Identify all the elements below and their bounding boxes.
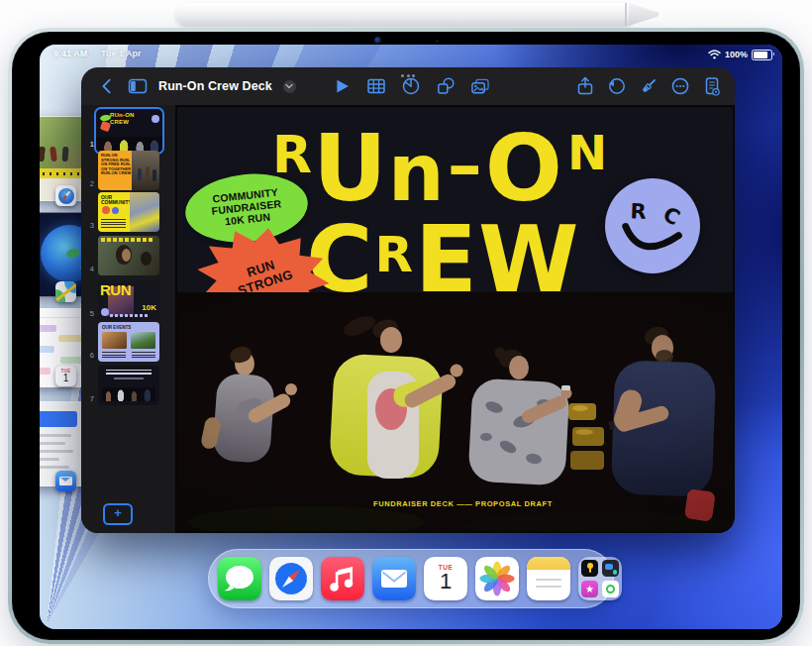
- notes-icon[interactable]: [527, 557, 570, 600]
- ambient-sensor: [436, 40, 439, 43]
- back-icon[interactable]: [97, 76, 117, 96]
- add-slide-button[interactable]: +: [103, 503, 133, 525]
- ipad-screen: 9:41 AM Tue 1 Apr 100%: [40, 45, 782, 629]
- presenter-notes-icon[interactable]: [702, 76, 722, 96]
- format-brush-icon[interactable]: [639, 76, 659, 96]
- apple-pencil-seam: [625, 3, 627, 26]
- maps-icon[interactable]: [55, 281, 76, 302]
- front-camera: [374, 37, 381, 44]
- slide-thumbnail-2[interactable]: 2 RUN-ON STRONG RUN-ON FREE RUN-ON TOGET…: [81, 151, 175, 190]
- slide-title-line2[interactable]: CREW: [306, 206, 579, 297]
- slide-thumbnail-7[interactable]: 7: [81, 366, 175, 405]
- slide-caption[interactable]: FUNDRAISER DECK —— PROPOSAL DRAFT: [373, 499, 553, 508]
- dock: TUE 1: [208, 549, 614, 608]
- table-icon[interactable]: [366, 76, 386, 96]
- record-app-icon: [602, 581, 619, 597]
- slide-title-line1[interactable]: RUn–ON: [272, 121, 608, 206]
- share-icon[interactable]: [575, 76, 595, 96]
- keynote-toolbar: Run-On Crew Deck: [81, 67, 735, 105]
- apple-pencil-tip: [629, 3, 659, 26]
- music-icon[interactable]: [321, 557, 364, 600]
- photos-icon[interactable]: [475, 557, 519, 600]
- chart-icon[interactable]: [401, 76, 421, 96]
- status-bar: 9:41 AM Tue 1 Apr 100%: [40, 48, 782, 61]
- slides-panel-icon[interactable]: [128, 76, 148, 96]
- slide-thumbnail-6[interactable]: 6 OUR EVENTS: [81, 322, 175, 362]
- undo-icon[interactable]: [607, 76, 627, 96]
- battery-icon: [752, 50, 772, 60]
- keynote-window: Run-On Crew Deck: [81, 67, 735, 533]
- mail-icon[interactable]: [55, 471, 76, 491]
- svg-text:R: R: [630, 199, 647, 224]
- svg-text:C: C: [660, 202, 684, 230]
- play-icon[interactable]: [332, 76, 352, 96]
- slides-sidebar: 1 RUn-ONCREW 2 RUN-ON STRONG RUN-ON FREE…: [81, 105, 176, 533]
- star-app-icon: ★: [581, 581, 598, 597]
- status-time: 9:41 AM: [53, 49, 87, 58]
- calendar-icon-dock[interactable]: TUE 1: [424, 557, 467, 600]
- slide-canvas[interactable]: RUn–ON CREW COMMUNITY FUNDRAISER 10K RUN: [175, 105, 735, 533]
- mail-icon-dock[interactable]: [372, 557, 416, 600]
- mail-selected-row: [40, 411, 77, 427]
- pin-app-icon: [581, 560, 598, 577]
- more-icon[interactable]: [670, 76, 690, 96]
- apple-pencil: [176, 3, 630, 26]
- slide-thumbnail-3[interactable]: 3 OUR COMMUNITY: [81, 192, 175, 232]
- runners-photo[interactable]: [177, 292, 733, 531]
- rc-smiley-badge[interactable]: R C: [605, 178, 700, 273]
- camera-app-icon: [602, 560, 619, 577]
- battery-percent: 100%: [725, 50, 748, 59]
- safari-icon-dock[interactable]: [269, 557, 313, 600]
- title-chevron-down-icon[interactable]: [283, 80, 296, 93]
- slide-thumbnail-5[interactable]: 5 RUN 10K: [81, 280, 175, 320]
- ipad-device: 9:41 AM Tue 1 Apr 100%: [8, 28, 804, 644]
- wifi-icon: [708, 50, 721, 59]
- ipad-bezel: 9:41 AM Tue 1 Apr 100%: [12, 32, 800, 640]
- slide-thumbnail-1[interactable]: 1 RUn-ONCREW: [81, 107, 175, 153]
- safari-icon[interactable]: [55, 185, 76, 206]
- calendar-icon[interactable]: TUE 1: [55, 366, 76, 386]
- app-folder-icon[interactable]: ★: [578, 557, 622, 600]
- messages-icon[interactable]: [218, 557, 261, 600]
- media-icon[interactable]: [470, 76, 490, 96]
- slide-thumbnail-4[interactable]: 4: [81, 236, 175, 275]
- current-slide[interactable]: RUn–ON CREW COMMUNITY FUNDRAISER 10K RUN: [177, 107, 733, 531]
- status-date: Tue 1 Apr: [101, 49, 142, 58]
- document-title[interactable]: Run-On Crew Deck: [158, 79, 272, 93]
- shapes-icon[interactable]: [436, 76, 456, 96]
